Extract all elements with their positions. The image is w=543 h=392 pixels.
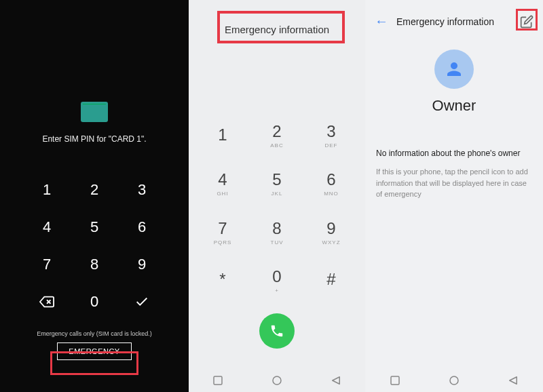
svg-rect-4: [391, 376, 399, 385]
owner-name: Owner: [365, 97, 543, 115]
nav-back[interactable]: [330, 374, 342, 387]
key-5[interactable]: 5: [71, 208, 118, 246]
emergency-info-screen: ← Emergency information Owner No informa…: [365, 0, 543, 392]
no-info-text: No information about the phone's owner: [365, 149, 543, 158]
nav-recent[interactable]: [389, 374, 401, 387]
emergency-info-header[interactable]: Emergency information: [189, 0, 365, 45]
key-8[interactable]: 8: [71, 246, 118, 283]
dial-8[interactable]: 8TUV: [250, 210, 304, 254]
dialer-screen: Emergency information 1 2ABC 3DEF 4GHI 5…: [189, 0, 365, 392]
backspace-key[interactable]: [23, 283, 71, 320]
dial-star[interactable]: *: [195, 258, 250, 302]
dial-6[interactable]: 6MNO: [304, 161, 358, 205]
confirm-key[interactable]: [118, 283, 166, 320]
nav-bar: [189, 369, 365, 392]
sim-status: Emergency calls only (SIM card is locked…: [37, 330, 152, 337]
sim-pin-screen: Enter SIM PIN for "CARD 1". 1 2 3 4 5 6 …: [0, 0, 189, 392]
dial-3[interactable]: 3DEF: [304, 113, 358, 157]
highlight-box: [516, 9, 538, 31]
nav-home[interactable]: [448, 374, 460, 387]
dial-5[interactable]: 5JKL: [250, 161, 304, 205]
key-3[interactable]: 3: [118, 171, 166, 208]
page-title: Emergency information: [396, 16, 512, 27]
key-1[interactable]: 1: [23, 171, 71, 208]
sim-prompt: Enter SIM PIN for "CARD 1".: [42, 134, 146, 144]
highlight-box: [50, 351, 138, 375]
pin-keypad: 1 2 3 4 5 6 7 8 9 0: [23, 171, 166, 320]
key-7[interactable]: 7: [23, 246, 71, 283]
nav-recent[interactable]: [212, 374, 224, 387]
svg-rect-2: [214, 376, 222, 385]
dial-4[interactable]: 4GHI: [195, 161, 250, 205]
nav-bar: [365, 369, 543, 392]
info-hint: If this is your phone, tap the pencil ic…: [365, 166, 543, 200]
svg-point-3: [273, 376, 281, 385]
call-button[interactable]: [259, 313, 295, 349]
key-9[interactable]: 9: [118, 246, 166, 283]
dial-1[interactable]: 1: [195, 113, 250, 157]
dial-0[interactable]: 0+: [250, 258, 304, 302]
dial-2[interactable]: 2ABC: [250, 113, 304, 157]
dial-hash[interactable]: #: [304, 258, 358, 302]
phone-icon: [269, 324, 284, 338]
nav-back[interactable]: [507, 374, 519, 387]
sim-card-icon: [81, 102, 108, 122]
dial-7[interactable]: 7PQRS: [195, 210, 250, 254]
person-icon: [444, 59, 464, 79]
dial-9[interactable]: 9WXYZ: [304, 210, 358, 254]
key-0[interactable]: 0: [71, 283, 118, 320]
avatar: [434, 50, 474, 89]
nav-home[interactable]: [271, 374, 283, 387]
dialer-keypad: 1 2ABC 3DEF 4GHI 5JKL 6MNO 7PQRS 8TUV 9W…: [189, 113, 365, 307]
svg-point-5: [450, 376, 458, 385]
key-4[interactable]: 4: [23, 208, 71, 246]
key-6[interactable]: 6: [118, 208, 166, 246]
back-arrow-icon[interactable]: ←: [375, 14, 388, 29]
key-2[interactable]: 2: [71, 171, 118, 208]
highlight-box: [217, 11, 345, 43]
